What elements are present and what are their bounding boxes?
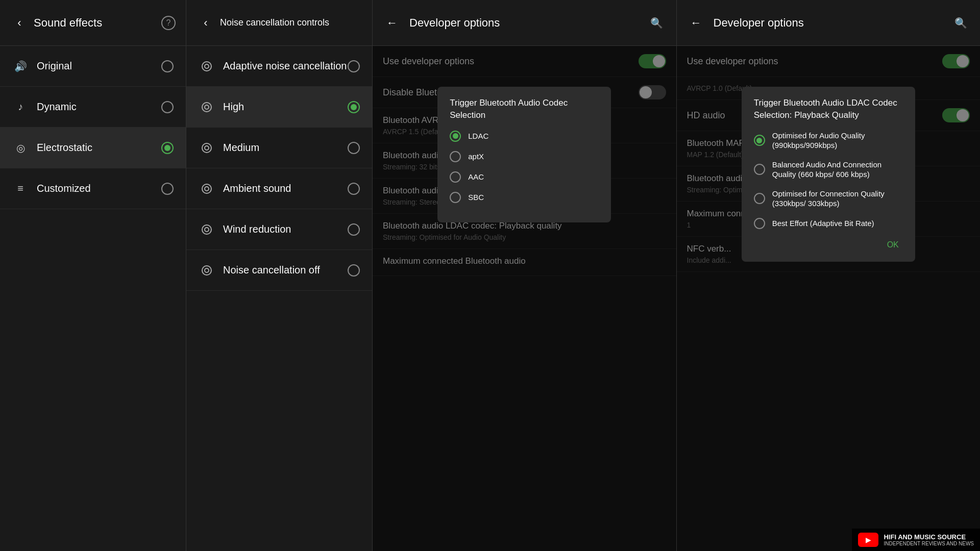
noise-item-wind[interactable]: Wind reduction: [186, 209, 372, 250]
dev2-dialog-ok-row: OK: [754, 238, 903, 252]
middle-back-button[interactable]: ‹: [197, 14, 215, 32]
noise-item-high[interactable]: High: [186, 87, 372, 128]
svg-point-7: [205, 187, 209, 191]
dev1-dialog-option-aac[interactable]: AAC: [450, 171, 599, 183]
dev1-dialog-option-sbc[interactable]: SBC: [450, 192, 599, 203]
dev-panel-1: ← Developer options 🔍 Use developer opti…: [373, 0, 676, 551]
dev1-dialog-option-ldac[interactable]: LDAC: [450, 131, 599, 142]
left-header: ‹ Sound effects ?: [0, 0, 186, 46]
ambient-label: Ambient sound: [223, 183, 348, 194]
youtube-sub: INDEPENDENT REVIEWS AND NEWS: [884, 541, 974, 546]
dev1-dialog-option-aptx[interactable]: aptX: [450, 151, 599, 162]
nc-off-label: Noise cancellation off: [223, 264, 348, 276]
high-label: High: [223, 101, 348, 113]
dev2-dialog-option-optimised-audio[interactable]: Optimised for Audio Quality (990kbps/909…: [754, 131, 903, 151]
dev2-optimised-connection-label: Optimised for Connection Quality (330kbp…: [772, 189, 903, 209]
electrostatic-label: Electrostatic: [37, 142, 161, 154]
medium-radio[interactable]: [348, 142, 360, 154]
dev1-dialog-overlay: Trigger Bluetooth Audio Codec Selection …: [373, 46, 676, 551]
dynamic-icon: ♪: [12, 99, 29, 115]
high-radio[interactable]: [348, 101, 360, 113]
sound-item-original[interactable]: 🔊 Original: [0, 46, 186, 87]
dynamic-label: Dynamic: [37, 101, 161, 113]
middle-panel-title: Noise cancellation controls: [220, 17, 362, 28]
svg-point-9: [205, 228, 209, 232]
ambient-radio[interactable]: [348, 183, 360, 195]
dev1-aac-label: AAC: [468, 172, 484, 182]
sound-item-electrostatic[interactable]: ◎ Electrostatic: [0, 128, 186, 168]
youtube-brand: HIFI AND MUSIC SOURCE: [884, 533, 974, 541]
svg-point-11: [205, 268, 209, 272]
sound-item-customized[interactable]: ≡ Customized: [0, 168, 186, 209]
dev1-sbc-radio[interactable]: [450, 192, 461, 203]
dynamic-radio[interactable]: [161, 101, 174, 113]
wind-icon: [199, 221, 215, 238]
nc-off-icon: [199, 262, 215, 279]
nc-off-radio[interactable]: [348, 264, 360, 277]
sound-item-dynamic[interactable]: ♪ Dynamic: [0, 87, 186, 128]
left-back-button[interactable]: ‹: [10, 14, 29, 32]
dev2-balanced-label: Balanced Audio And Connection Quality (6…: [772, 160, 903, 180]
noise-item-ambient[interactable]: Ambient sound: [186, 168, 372, 209]
dev2-optimised-connection-radio[interactable]: [754, 193, 765, 204]
noise-item-medium[interactable]: Medium: [186, 128, 372, 168]
svg-point-8: [202, 225, 211, 234]
dev1-title: Developer options: [409, 16, 648, 30]
medium-label: Medium: [223, 142, 348, 154]
left-panel: ‹ Sound effects ? 🔊 Original ♪ Dynamic ◎…: [0, 0, 186, 551]
dev2-dialog-option-balanced[interactable]: Balanced Audio And Connection Quality (6…: [754, 160, 903, 180]
dev1-sbc-label: SBC: [468, 192, 484, 203]
original-icon: 🔊: [12, 58, 29, 74]
noise-item-off[interactable]: Noise cancellation off: [186, 250, 372, 291]
high-icon: [199, 99, 215, 115]
dev2-optimised-audio-radio[interactable]: [754, 135, 765, 146]
svg-point-2: [202, 103, 211, 112]
dev1-aptx-label: aptX: [468, 152, 484, 162]
wind-radio[interactable]: [348, 223, 360, 236]
svg-point-5: [205, 146, 209, 150]
noise-item-adaptive[interactable]: Adaptive noise cancellation: [186, 46, 372, 87]
dev2-best-effort-radio[interactable]: [754, 218, 765, 229]
dev2-back-button[interactable]: ←: [687, 14, 705, 32]
dev1-aac-radio[interactable]: [450, 171, 461, 183]
dev2-dialog-option-optimised-connection[interactable]: Optimised for Connection Quality (330kbp…: [754, 189, 903, 209]
dev2-best-effort-label: Best Effort (Adaptive Bit Rate): [772, 218, 874, 229]
dev1-dialog-box: Trigger Bluetooth Audio Codec Selection …: [437, 87, 611, 222]
dev2-balanced-radio[interactable]: [754, 164, 765, 175]
original-radio[interactable]: [161, 60, 174, 72]
right-section: ← Developer options 🔍 Use developer opti…: [373, 0, 980, 551]
dev1-ldac-radio[interactable]: [450, 131, 461, 142]
customized-icon: ≡: [12, 181, 29, 197]
dev1-back-button[interactable]: ←: [383, 14, 401, 32]
customized-radio[interactable]: [161, 183, 174, 195]
dev2-dialog-overlay: Trigger Bluetooth Audio LDAC Codec Selec…: [677, 46, 981, 551]
dev-panel-2: ← Developer options 🔍 Use developer opti…: [676, 0, 981, 551]
adaptive-radio[interactable]: [348, 60, 360, 72]
svg-point-1: [205, 64, 209, 68]
dev1-ldac-label: LDAC: [468, 131, 488, 141]
ambient-icon: [199, 181, 215, 197]
adaptive-icon: [199, 58, 215, 74]
svg-point-3: [205, 105, 209, 109]
youtube-play-icon: ▶: [858, 533, 878, 547]
svg-point-0: [202, 62, 211, 71]
dev2-ok-button[interactable]: OK: [883, 238, 903, 252]
customized-label: Customized: [37, 183, 161, 194]
dev1-dialog-title: Trigger Bluetooth Audio Codec Selection: [450, 97, 599, 121]
dev-header-2: ← Developer options 🔍: [677, 0, 981, 46]
svg-point-10: [202, 266, 211, 275]
dev1-search-icon[interactable]: 🔍: [648, 14, 666, 32]
wind-label: Wind reduction: [223, 223, 348, 235]
youtube-watermark: ▶ HIFI AND MUSIC SOURCE INDEPENDENT REVI…: [852, 529, 980, 551]
dev2-dialog-box: Trigger Bluetooth Audio LDAC Codec Selec…: [742, 87, 915, 262]
dev1-aptx-radio[interactable]: [450, 151, 461, 162]
dev2-dialog-option-best-effort[interactable]: Best Effort (Adaptive Bit Rate): [754, 218, 903, 229]
dev2-search-icon[interactable]: 🔍: [951, 14, 970, 32]
middle-panel: ‹ Noise cancellation controls Adaptive n…: [186, 0, 373, 551]
electrostatic-radio[interactable]: [161, 142, 174, 154]
dev2-optimised-audio-label: Optimised for Audio Quality (990kbps/909…: [772, 131, 903, 151]
svg-point-4: [202, 143, 211, 153]
original-label: Original: [37, 60, 161, 72]
help-icon[interactable]: ?: [161, 16, 176, 30]
middle-header: ‹ Noise cancellation controls: [186, 0, 372, 46]
